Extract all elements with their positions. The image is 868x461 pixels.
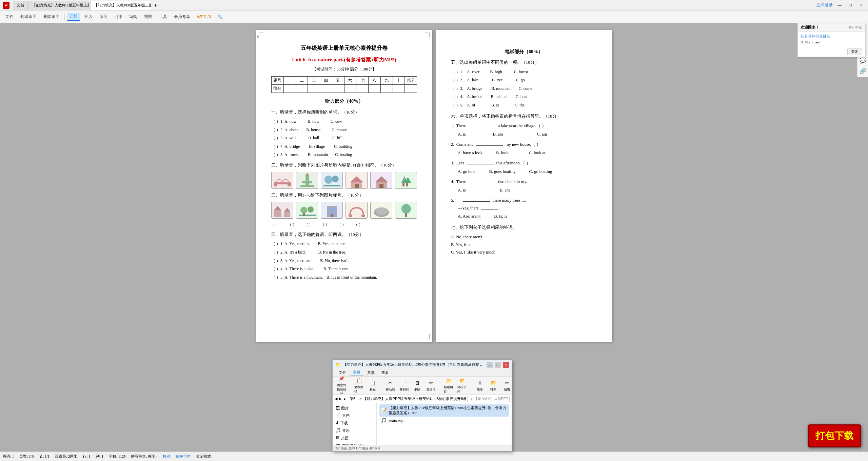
fe-sidebar-c[interactable]: 💻 本地磁盘 (C:) <box>333 442 376 445</box>
fe-back-icon[interactable]: ◀ <box>335 397 337 401</box>
fe-btn-props[interactable]: ℹ 属性 <box>474 378 486 393</box>
section2-title: 二、听录音，判断下列图片与所听内容是(T)否(F)相符。（10分） <box>271 161 417 169</box>
toolbar-file[interactable]: 文件 <box>3 13 16 20</box>
svg-rect-20 <box>274 210 281 217</box>
svg-rect-29 <box>329 208 331 211</box>
fe-file-mp3[interactable]: 🎵 audio.mp3 <box>379 417 509 424</box>
score-cell <box>332 85 344 93</box>
delete-icon: 🗑 <box>414 379 421 387</box>
close-button[interactable]: × <box>857 2 865 9</box>
fe-sidebar-documents[interactable]: 📄 文档 <box>333 412 376 419</box>
fe-tab-home[interactable]: 主页 <box>350 369 364 376</box>
toolbar-member[interactable]: 会员专享 <box>171 13 193 20</box>
fe-up-icon[interactable]: ▲ <box>343 397 347 401</box>
toolbar-tools[interactable]: 工具 <box>156 13 170 20</box>
fe-btn-pin-label: 固定到快速访问 <box>337 383 346 395</box>
fe-btn-new[interactable]: 📁 新建项目 <box>442 377 455 394</box>
toolbar-search[interactable]: 🔍 <box>215 14 225 20</box>
panel-icon-4[interactable]: 💬 <box>860 57 866 64</box>
fe-btn-delete[interactable]: 🗑 删除 <box>411 378 423 393</box>
q4: （ ）4. A. bridge B. village C. building <box>271 143 417 151</box>
status-proofread[interactable]: 校对 <box>163 454 170 459</box>
fe-tab-share[interactable]: 共享 <box>364 369 378 376</box>
toolbar-review[interactable]: 审阅 <box>126 13 140 20</box>
fe-file-doc[interactable]: 📝 【能力填充】人教PEP版五年级上册英语Unit6核心素养提升8卷（含听力量题… <box>379 404 509 417</box>
toolbar-wps-ai[interactable]: WPS AI <box>194 14 214 20</box>
fe-sidebar-desktop[interactable]: 🖥 桌面 <box>333 434 376 442</box>
fe-body: 🖼 图片 📄 文档 ⬇ 下载 🎵 音乐 🖥 桌面 💻 本地磁盘 (C:) <box>333 403 512 445</box>
notif-close-button[interactable]: 关闭 <box>847 48 862 55</box>
maximize-button[interactable]: □ <box>846 2 854 9</box>
fe-search-input[interactable] <box>469 396 510 402</box>
section3-blanks: （ ）（ ）（ ）（ ）（ ）（ ） <box>271 221 417 228</box>
section5-title: 五、选出每组单词中不同类的一项。（10分） <box>451 59 597 66</box>
fe-address-input[interactable] <box>348 396 468 402</box>
fe-btn-pin[interactable]: 📌 固定到快速访问 <box>335 377 348 394</box>
corner-tl <box>259 33 263 37</box>
fe-btn-copy[interactable]: 📄 复制到 <box>398 378 410 393</box>
fe-tab-file[interactable]: 文件 <box>335 369 350 376</box>
status-pages: 页数: 1/6 <box>19 454 34 459</box>
fe-close-button[interactable]: × <box>503 362 509 368</box>
toolbar-home[interactable]: 开始 <box>67 13 80 21</box>
download-badge[interactable]: 打包下载 <box>808 424 861 447</box>
fe-sidebar-music[interactable]: 🎵 音乐 <box>333 427 376 434</box>
fe-btn-access[interactable]: 📂 轻松访问 <box>456 377 468 394</box>
status-line: 行: 1 <box>83 454 90 459</box>
corner-r-bl <box>3 444 7 449</box>
section4-title: 四、听录音，选正确的答语。听两遍。（10分） <box>271 231 417 239</box>
tab-1[interactable]: 文档 <box>13 1 28 10</box>
score-cell: 二 <box>296 77 308 85</box>
s5q2: （ ）2. A. lake B. tree C. go <box>451 77 597 84</box>
svg-rect-31 <box>329 212 331 215</box>
tab-2[interactable]: 【能力填充】人教PEP版五年级上册... <box>28 1 90 10</box>
notif-link[interactable]: 从某开的位置继续 <box>801 34 830 38</box>
fe-tabs: 文件 主页 共享 查看 <box>333 369 512 377</box>
s4q5: （ ）5. A. There is a mountain. B. It's in… <box>271 274 417 281</box>
svg-point-26 <box>308 206 314 213</box>
score-table: 题号 一 二 三 四 五 六 七 八 九 十 总分 得分 <box>271 76 417 93</box>
fe-btn-edit[interactable]: ✏ 编辑 <box>501 378 512 393</box>
toolbar-view[interactable]: 视图 <box>141 13 155 20</box>
toolbar-delete-page[interactable]: 删除页面 <box>41 13 62 20</box>
svg-rect-1 <box>274 184 277 186</box>
fe-btn-open[interactable]: 📂 打开 <box>487 378 499 393</box>
minimize-button[interactable]: — <box>835 2 844 9</box>
svg-rect-3 <box>305 175 309 186</box>
svg-point-8 <box>332 176 339 182</box>
toolbar-translate[interactable]: 翻译页面 <box>18 13 39 20</box>
fe-tab-view[interactable]: 查看 <box>378 369 392 376</box>
img-forest <box>395 172 417 189</box>
toolbar-insert[interactable]: 插入 <box>82 13 95 20</box>
login-button[interactable]: 立即登录 <box>816 2 833 8</box>
fe-btn-copy-path[interactable]: 📋 复制路径 <box>353 377 365 394</box>
fe-maximize-button[interactable]: □ <box>495 362 501 368</box>
status-font-check[interactable]: 缺失字体 <box>176 454 191 459</box>
tab-3[interactable]: 【能力填充】人教PEP版五年级上册... <box>90 1 151 10</box>
fe-btn-rename[interactable]: ✏ 重命名 <box>425 378 437 393</box>
status-reading-mode[interactable]: 黄金模式 <box>196 454 211 459</box>
svg-rect-9 <box>323 185 340 186</box>
panel-icon-5[interactable]: 🔗 <box>860 68 866 74</box>
mp3-file-icon: 🎵 <box>381 418 387 423</box>
toolbar-references[interactable]: 引用 <box>112 13 125 20</box>
score-cell: 四 <box>320 77 332 85</box>
img-tower <box>296 172 318 189</box>
add-tab-button[interactable]: + <box>152 2 159 8</box>
notif-body: 从某开的位置继续 D. No, I can't. <box>798 32 865 47</box>
paste-icon: 📋 <box>369 379 376 387</box>
fe-minimize-button[interactable]: — <box>487 362 493 368</box>
fe-sidebar-pictures[interactable]: 🖼 图片 <box>333 404 376 412</box>
fe-btn-paste[interactable]: 📋 粘贴 <box>367 378 379 393</box>
toolbar-page[interactable]: 页面 <box>97 13 110 20</box>
fe-btn-move[interactable]: ✂ 移动到 <box>384 378 396 393</box>
corner-r-tl <box>3 26 7 31</box>
score-cell: 五 <box>332 77 344 85</box>
fe-sidebar-downloads[interactable]: ⬇ 下载 <box>333 419 376 427</box>
svg-marker-21 <box>274 206 281 210</box>
s7-optC: C. Yes, I like it very much. <box>451 248 597 256</box>
status-words: 字数: 1125 <box>109 454 125 459</box>
s4q2: （ ）2. A. It's a bird. B. It's in the tre… <box>271 249 417 256</box>
s6q3: 3. Let's this afternoon.（ ） A. go boat B… <box>451 159 597 175</box>
fe-forward-icon[interactable]: ▶ <box>339 397 341 401</box>
